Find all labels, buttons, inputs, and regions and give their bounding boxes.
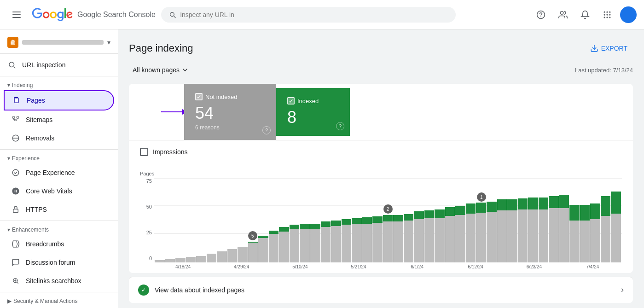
sitemaps-label: Sitemaps [26, 116, 52, 123]
bar-green [404, 214, 414, 221]
bar-gray [414, 219, 424, 262]
bar-green [321, 221, 331, 227]
property-selector[interactable]: ▾ [0, 33, 118, 52]
indexing-section[interactable]: ▾ Indexing [0, 78, 118, 90]
experience-section[interactable]: ▾ Experience [0, 151, 118, 163]
indexing-chevron: ▾ [7, 82, 10, 88]
enhancements-chevron: ▾ [7, 227, 10, 233]
page-experience-icon [11, 168, 20, 177]
main-content: Page indexing EXPORT All known pages Las… [118, 29, 644, 308]
avatar[interactable] [620, 6, 637, 23]
sidebar-item-https[interactable]: HTTPS [4, 200, 114, 219]
y-25: 25 [146, 230, 152, 235]
security-section[interactable]: ▶ Security & Manual Actions [0, 294, 118, 306]
bar-gray [518, 209, 528, 262]
bar-green [549, 196, 559, 208]
enhancements-label: Enhancements [12, 227, 49, 233]
view-data-text: View data about indexed pages [155, 286, 615, 294]
bar-gray [580, 221, 590, 262]
bar-green [466, 203, 476, 214]
last-updated-date: 7/13/24 [613, 67, 633, 74]
x-label: 6/23/24 [505, 264, 563, 269]
bar-green [518, 198, 528, 209]
sidebar-item-removals[interactable]: Removals [4, 129, 114, 147]
sidebar-item-sitelinks-searchbox[interactable]: Sitelinks searchbox [4, 272, 114, 290]
sidebar-item-discussion-forum[interactable]: Discussion forum [4, 253, 114, 272]
filter-select[interactable]: All known pages [129, 64, 192, 76]
bar-gray [435, 218, 445, 262]
impressions-checkbox[interactable] [140, 148, 148, 156]
indexed-help-icon[interactable]: ? [336, 122, 344, 130]
removals-icon [11, 134, 20, 143]
search-bar[interactable] [161, 7, 456, 23]
bar-gray [352, 224, 362, 262]
bar-green [300, 224, 310, 229]
svg-point-6 [604, 11, 605, 12]
svg-point-15 [9, 62, 14, 67]
help-button[interactable] [532, 6, 550, 24]
bar-gray [227, 249, 238, 262]
users-icon[interactable] [554, 6, 572, 24]
sidebar-item-breadcrumbs[interactable]: Breadcrumbs [4, 235, 114, 253]
security-label: Security & Manual Actions [13, 298, 77, 304]
x-label: 4/18/24 [154, 264, 212, 269]
topbar: Google Search Console [0, 0, 644, 29]
filter-row: All known pages Last updated: 7/13/24 [129, 64, 633, 76]
impressions-row: Impressions [129, 140, 633, 163]
bar-gray [559, 208, 569, 262]
bar-green [290, 225, 300, 229]
bar-gray [393, 221, 403, 262]
y-50: 50 [146, 204, 152, 209]
svg-point-12 [604, 17, 605, 18]
bar-green [424, 210, 435, 218]
sidebar-item-url-inspection[interactable]: URL inspection [0, 56, 114, 74]
sidebar: ▾ URL inspection ▾ Indexing Pages Sitema… [0, 29, 118, 308]
menu-icon[interactable] [7, 6, 26, 24]
sidebar-item-page-experience[interactable]: Page Experience [4, 163, 114, 182]
bar-green [372, 216, 383, 223]
indexed-box[interactable]: ✓ Indexed 8 ? [276, 88, 350, 136]
bar-green [455, 206, 465, 215]
https-icon [11, 205, 20, 214]
bar-gray [155, 260, 165, 262]
x-label: 4/29/24 [212, 264, 271, 269]
sidebar-item-pages[interactable]: Pages [4, 90, 114, 110]
notifications-icon[interactable] [576, 6, 594, 24]
bar-gray [207, 254, 217, 262]
bar-green [310, 224, 320, 229]
svg-rect-0 [12, 12, 21, 12]
sidebar-item-sitemaps[interactable]: Sitemaps [4, 110, 114, 129]
x-label: 6/12/24 [447, 264, 505, 269]
discussion-forum-label: Discussion forum [26, 259, 75, 266]
bar-gray [165, 259, 175, 262]
x-label: 6/1/24 [388, 264, 447, 269]
bar-green [611, 192, 621, 214]
not-indexed-label: Not indexed [205, 93, 237, 100]
not-indexed-help-icon[interactable]: ? [262, 126, 271, 134]
bar-gray [258, 238, 268, 262]
bar-gray [590, 219, 600, 262]
not-indexed-box[interactable]: ✓ Not indexed 54 6 reasons ? [184, 84, 276, 140]
bar-green [279, 227, 289, 232]
svg-rect-20 [17, 116, 19, 118]
bar-gray [290, 229, 300, 262]
bar-green [435, 209, 445, 218]
experience-label: Experience [12, 155, 40, 162]
sidebar-item-core-web-vitals[interactable]: Core Web Vitals [4, 182, 114, 200]
svg-point-8 [609, 11, 610, 12]
enhancements-section[interactable]: ▾ Enhancements [0, 223, 118, 235]
view-data-row[interactable]: ✓ View data about indexed pages › [129, 277, 633, 303]
url-inspection-label: URL inspection [22, 61, 65, 69]
property-dropdown-icon[interactable]: ▾ [107, 39, 110, 46]
bar-gray [217, 251, 227, 262]
search-input[interactable] [180, 11, 448, 18]
bar-gray [487, 212, 497, 262]
bar-gray [175, 258, 186, 262]
bar-green [476, 203, 486, 213]
bar-gray [383, 221, 393, 262]
bar-gray [455, 215, 465, 262]
bar-green [487, 202, 497, 212]
bar-green [601, 196, 611, 216]
export-button[interactable]: EXPORT [585, 41, 633, 56]
apps-icon[interactable] [598, 6, 616, 24]
